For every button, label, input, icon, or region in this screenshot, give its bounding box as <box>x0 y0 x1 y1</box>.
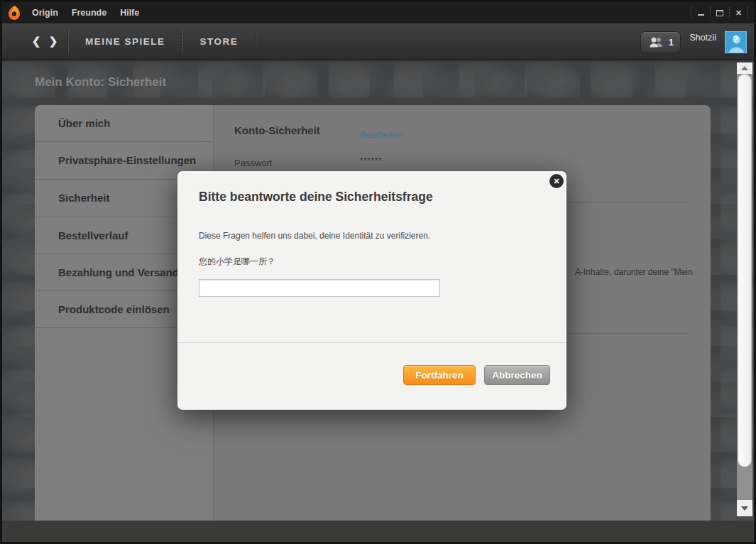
titlebar-menu: Origin Freunde Hilfe <box>32 8 139 18</box>
tab-store[interactable]: STORE <box>189 36 250 47</box>
menu-origin[interactable]: Origin <box>32 8 58 18</box>
scrollbar[interactable] <box>737 62 752 516</box>
bottom-bar <box>2 521 754 542</box>
nav-right-cluster: 1 Shotzii ? <box>640 23 747 60</box>
dialog-close-button[interactable]: ✕ <box>549 174 564 188</box>
friends-button[interactable]: 1 <box>640 31 681 53</box>
origin-window: Origin Freunde Hilfe ✕ ❮ ❯ MEINE SPIELE … <box>0 0 756 544</box>
password-label: Passwort <box>234 158 272 168</box>
nav-divider <box>67 30 68 53</box>
titlebar: Origin Freunde Hilfe ✕ <box>2 2 754 23</box>
menu-hilfe[interactable]: Hilfe <box>120 8 139 18</box>
arrow-up-icon <box>741 66 748 70</box>
menu-freunde[interactable]: Freunde <box>72 8 106 18</box>
window-controls: ✕ <box>691 6 748 20</box>
nav-divider <box>255 30 256 53</box>
security-question-label: 您的小学是哪一所？ <box>199 256 275 268</box>
window-close-button[interactable]: ✕ <box>729 7 748 18</box>
arrow-down-icon <box>741 506 748 511</box>
friends-icon <box>648 37 665 48</box>
avatar-question-badge: ? <box>725 33 746 44</box>
page-title: Mein Konto: Sicherheit <box>35 75 166 89</box>
username-label[interactable]: Shotzii <box>689 33 716 43</box>
forward-button[interactable]: ❯ <box>45 35 62 48</box>
security-answer-input[interactable] <box>199 279 440 297</box>
maximize-button[interactable] <box>710 7 729 18</box>
cancel-button[interactable]: Abbrechen <box>484 365 550 385</box>
edit-link[interactable]: Bearbeiten <box>360 130 402 140</box>
scroll-up-button[interactable] <box>737 62 752 74</box>
tab-meine-spiele[interactable]: MEINE SPIELE <box>74 36 177 47</box>
friends-count-badge: 1 <box>669 37 674 48</box>
sidebar-item-ueber-mich[interactable]: Über mich <box>35 105 213 142</box>
navbar: ❮ ❯ MEINE SPIELE STORE 1 Shotzii ? <box>2 23 754 60</box>
minimize-button[interactable] <box>691 7 710 18</box>
origin-logo-icon <box>7 5 21 21</box>
scrollbar-track[interactable] <box>737 74 752 500</box>
security-question-dialog: ✕ Bitte beantworte deine Sicherheitsfrag… <box>177 171 566 410</box>
dialog-footer: Fortfahren Abbrechen <box>177 342 566 410</box>
partial-description-text: A-Inhalte, darunter deine "Mein <box>575 267 721 277</box>
maximize-icon <box>716 10 723 16</box>
continue-button[interactable]: Fortfahren <box>403 365 476 385</box>
nav-divider-dotted <box>182 30 183 53</box>
section-title: Konto-Sicherheit <box>234 124 320 136</box>
back-button[interactable]: ❮ <box>28 35 45 48</box>
scrollbar-thumb[interactable] <box>738 74 752 467</box>
minimize-icon <box>698 14 704 16</box>
dialog-description: Diese Fragen helfen uns dabei, deine Ide… <box>199 231 430 241</box>
password-value: ****** <box>360 156 383 165</box>
scroll-down-button[interactable] <box>737 500 752 516</box>
user-avatar[interactable]: ? <box>725 31 747 53</box>
dialog-title: Bitte beantworte deine Sicherheitsfrage <box>199 190 433 205</box>
